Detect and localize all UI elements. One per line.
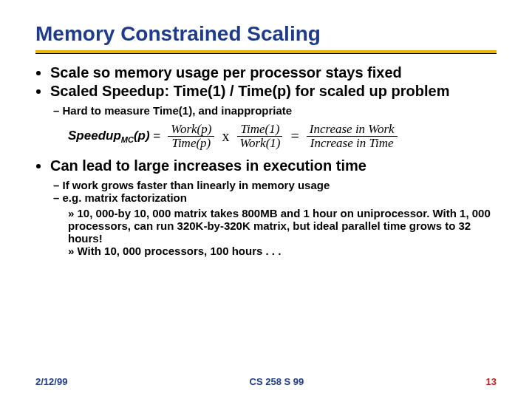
fraction-3-den: Increase in Time bbox=[307, 137, 397, 150]
fraction-1-den: Time(p) bbox=[168, 137, 214, 150]
slide-title: Memory Constrained Scaling bbox=[35, 22, 497, 46]
lhs-prefix: Speedup bbox=[68, 129, 121, 143]
fraction-1-num: Work(p) bbox=[168, 123, 214, 137]
sub-bullet-list-1: Hard to measure Time(1), and inappropria… bbox=[35, 104, 497, 117]
speedup-formula: SpeedupMC(p) = Work(p) Time(p) x Time(1)… bbox=[68, 123, 497, 150]
bullet-3: Can lead to large increases in execution… bbox=[50, 157, 497, 174]
fraction-3: Increase in Work Increase in Time bbox=[307, 123, 398, 150]
bullet-list: Scale so memory usage per processor stay… bbox=[35, 64, 497, 100]
lhs-paren: (p) bbox=[134, 129, 153, 143]
bullet-1: Scale so memory usage per processor stay… bbox=[50, 64, 497, 81]
bullet-2: Scaled Speedup: Time(1) / Time(p) for sc… bbox=[50, 83, 497, 100]
sub-bullet-1: Hard to measure Time(1), and inappropria… bbox=[53, 104, 497, 117]
fraction-2: Time(1) Work(1) bbox=[236, 123, 283, 150]
bullet-list-2: Can lead to large increases in execution… bbox=[35, 157, 497, 174]
title-rule-thin bbox=[35, 53, 497, 54]
footer-date: 2/12/99 bbox=[35, 376, 67, 387]
lhs-equals: = bbox=[153, 129, 160, 143]
fraction-1: Work(p) Time(p) bbox=[168, 123, 214, 150]
slide-footer: 2/12/99 CS 258 S 99 13 bbox=[0, 376, 532, 387]
slide: Memory Constrained Scaling Scale so memo… bbox=[0, 0, 532, 399]
times-operator: x bbox=[222, 128, 229, 145]
sub-bullet-3a: If work grows faster than linearly in me… bbox=[53, 179, 497, 191]
sub-sub-bullet-1: 10, 000-by 10, 000 matrix takes 800MB an… bbox=[68, 207, 497, 245]
formula-lhs: SpeedupMC(p) = bbox=[68, 129, 160, 144]
equals-operator: = bbox=[290, 128, 299, 145]
sub-bullet-3b: e.g. matrix factorization bbox=[53, 191, 497, 204]
sub-sub-bullet-list: 10, 000-by 10, 000 matrix takes 800MB an… bbox=[35, 207, 497, 257]
fraction-2-num: Time(1) bbox=[237, 123, 282, 137]
fraction-2-den: Work(1) bbox=[236, 137, 283, 150]
footer-course: CS 258 S 99 bbox=[250, 376, 304, 387]
footer-page: 13 bbox=[486, 376, 497, 387]
sub-sub-bullet-2: With 10, 000 processors, 100 hours . . . bbox=[68, 245, 497, 257]
lhs-subscript: MC bbox=[121, 135, 134, 144]
fraction-3-num: Increase in Work bbox=[307, 123, 398, 137]
sub-bullet-list-2: If work grows faster than linearly in me… bbox=[35, 179, 497, 204]
